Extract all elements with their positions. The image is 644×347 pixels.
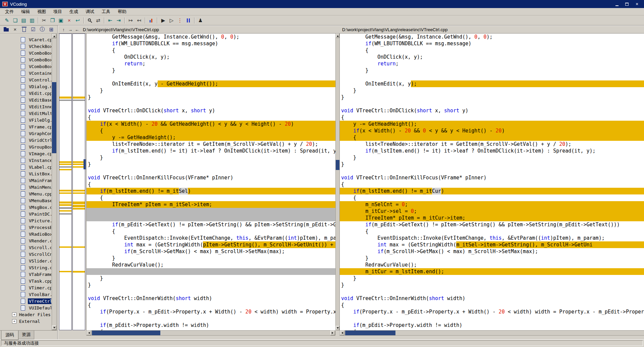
- file-item[interactable]: VTabFrame.cpp: [0, 271, 51, 278]
- undo-button[interactable]: ↩: [74, 17, 82, 24]
- file-item[interactable]: VEditBase.cpp: [0, 97, 51, 103]
- file-item[interactable]: VTask.cpp: [0, 278, 51, 284]
- code-line[interactable]: [87, 101, 335, 107]
- code-line[interactable]: if(m_pEdit->GetText() != pItem->GetStrin…: [87, 221, 335, 228]
- code-line[interactable]: if(Property.x - m_pEdit->Property.x + Wi…: [340, 308, 644, 315]
- file-item[interactable]: VMenuBase.cpp: [0, 197, 51, 204]
- code-line[interactable]: return;: [340, 60, 644, 67]
- code-line[interactable]: void VTreeCtrl::OnInnerKillFocus(VFrame*…: [87, 174, 335, 181]
- code-line[interactable]: {: [340, 194, 644, 201]
- code-line[interactable]: if(m_pEdit->Property.width != width): [87, 322, 335, 329]
- statistics-button[interactable]: [147, 17, 155, 24]
- file-item[interactable]: VPicture.cpp: [0, 217, 51, 224]
- code-line[interactable]: }: [87, 154, 335, 161]
- scroll-down-button[interactable]: [336, 326, 339, 330]
- menu-生成[interactable]: 生成: [66, 8, 82, 15]
- code-line[interactable]: }: [340, 161, 644, 168]
- breakpoints-button[interactable]: ⋮: [176, 17, 184, 24]
- menu-帮助[interactable]: 帮助: [114, 8, 130, 15]
- code-line[interactable]: list<TreeNode>::iterator it = GetItem(m_…: [340, 141, 644, 148]
- code-line[interactable]: }: [87, 161, 335, 168]
- scroll-right-button[interactable]: [330, 331, 335, 335]
- code-line[interactable]: ITreeItem* pItem = m_itCur->item;: [340, 215, 644, 221]
- run-button[interactable]: ▶: [159, 17, 167, 24]
- file-item[interactable]: VMsgBox.cpp: [0, 204, 51, 211]
- file-item[interactable]: VScroll.cpp: [0, 244, 51, 251]
- file-item[interactable]: VUIDefault.cpp: [0, 304, 51, 311]
- file-item[interactable]: VLabel.cpp: [0, 164, 51, 170]
- code-line[interactable]: y -= GetHeadHeight();: [87, 134, 335, 141]
- code-line[interactable]: return;: [87, 60, 335, 67]
- code-line[interactable]: }: [340, 275, 644, 282]
- code-line[interactable]: if(x < Width() - 20 && 0 < y && y < Heig…: [340, 127, 644, 134]
- code-line[interactable]: int max = (GetStringWidth(m_itSel->item-…: [340, 241, 644, 248]
- tab-源码[interactable]: 源码: [1, 331, 18, 340]
- file-item[interactable]: VControl.cpp: [0, 76, 51, 83]
- code-line[interactable]: list<TreeNode>::iterator it = GetItem(m_…: [87, 141, 335, 148]
- code-line[interactable]: {: [340, 181, 644, 188]
- file-item[interactable]: VListBox.cpp: [0, 170, 51, 177]
- code-line[interactable]: }: [87, 255, 335, 262]
- code-line[interactable]: OnItemEdit(x, y);: [340, 80, 644, 87]
- code-line[interactable]: if(m_ScrollH->GetMax() < max) m_ScrollH-…: [340, 248, 644, 255]
- file-item[interactable]: VSlider.cpp: [0, 257, 51, 264]
- pause-button[interactable]: [184, 17, 192, 24]
- info-button[interactable]: ⓘ: [40, 26, 45, 33]
- code-line[interactable]: if(m_lstItem.end() != it) it->leaf ? OnI…: [87, 148, 335, 154]
- code-line[interactable]: m_itCur->sel = 0;: [340, 208, 644, 215]
- code-line[interactable]: if(WM_LBUTTONDBLCLK == msg.message): [87, 40, 335, 47]
- goto-next-button[interactable]: ↦: [127, 17, 135, 24]
- code-line[interactable]: if(m_lstItem.end() != m_itSel): [87, 188, 335, 194]
- code-line[interactable]: {: [340, 228, 644, 235]
- code-line[interactable]: void VTreeCtrl::OnInnerWidth(short width…: [340, 295, 644, 302]
- code-line[interactable]: {: [340, 47, 644, 54]
- file-item[interactable]: VDialog.cpp: [0, 83, 51, 90]
- code-line[interactable]: if(m_lstItem.end() != it) it->leaf ? OnI…: [340, 148, 644, 154]
- file-item[interactable]: VComboBoxBase.cpp: [0, 56, 51, 63]
- code-line[interactable]: {: [87, 127, 335, 134]
- file-item[interactable]: VComboBox.cpp: [0, 50, 51, 56]
- left-hscroll-thumb[interactable]: [92, 331, 160, 335]
- group-item[interactable]: +Header Files: [0, 311, 51, 318]
- run-alt-button[interactable]: ▷: [168, 17, 175, 24]
- replace-button[interactable]: ⇄: [94, 17, 102, 24]
- left-vertical-scrollbar[interactable]: [335, 34, 339, 330]
- code-line[interactable]: [340, 315, 644, 322]
- menu-视图[interactable]: 视图: [34, 8, 50, 15]
- code-line[interactable]: [340, 168, 644, 174]
- file-item[interactable]: VEditMulti.cpp: [0, 110, 51, 117]
- file-item[interactable]: VGridCtrl.cpp: [0, 137, 51, 143]
- code-line[interactable]: if(m_pEdit->Property.width != width): [340, 322, 644, 329]
- code-line[interactable]: [340, 74, 644, 80]
- code-line[interactable]: [87, 268, 335, 275]
- menu-文件[interactable]: 文件: [1, 8, 17, 15]
- save-button[interactable]: ▤: [20, 17, 28, 24]
- file-item[interactable]: VMenu.cpp: [0, 190, 51, 197]
- menu-工具[interactable]: 工具: [98, 8, 114, 15]
- file-tree[interactable]: VCaret.cppVCheckBox.cppVComboBox.cppVCom…: [0, 34, 57, 330]
- tab-资源[interactable]: 资源: [18, 331, 34, 339]
- file-item[interactable]: VMainMenu.cpp: [0, 184, 51, 190]
- file-item[interactable]: VGroupBox.cpp: [0, 143, 51, 150]
- code-line[interactable]: }: [87, 94, 335, 101]
- scroll-down-button[interactable]: [52, 326, 56, 330]
- code-line[interactable]: [87, 315, 335, 322]
- code-line[interactable]: }: [340, 255, 644, 262]
- code-line[interactable]: [87, 288, 335, 295]
- code-line[interactable]: OnDClick(x, y);: [340, 54, 644, 60]
- file-item[interactable]: VInstance.cpp: [0, 157, 51, 164]
- code-line[interactable]: if(m_lstItem.end() != m_itCur): [340, 188, 644, 194]
- code-line[interactable]: if(m_ScrollH->GetMax() < max) m_ScrollH-…: [87, 248, 335, 255]
- left-horizontal-scrollbar[interactable]: [86, 330, 335, 336]
- file-item[interactable]: VImage.cpp: [0, 150, 51, 157]
- code-line[interactable]: }: [340, 67, 644, 74]
- code-line[interactable]: y -= GetHeadHeight();: [340, 121, 644, 127]
- file-item[interactable]: VComboBoxEdit.cpp: [0, 63, 51, 70]
- overview-ruler[interactable]: [58, 34, 86, 330]
- left-vscroll-thumb[interactable]: [336, 160, 339, 170]
- maximize-button[interactable]: [622, 1, 632, 7]
- code-line[interactable]: [87, 168, 335, 174]
- code-line[interactable]: void VTreeCtrl::OnDClick(short x, short …: [87, 107, 335, 114]
- code-line[interactable]: {: [87, 114, 335, 121]
- new-window-button[interactable]: ⊞: [49, 26, 54, 33]
